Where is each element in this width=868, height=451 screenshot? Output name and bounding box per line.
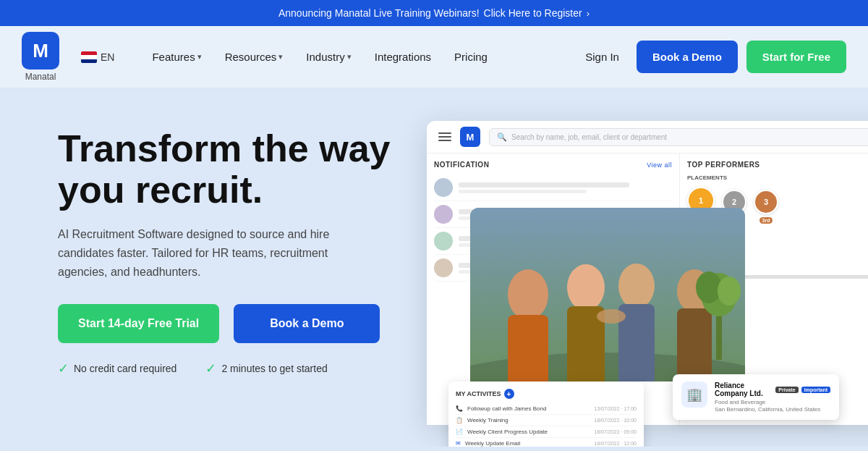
search-icon: 🔍 [497,132,507,142]
company-badge-important: Important [801,387,830,393]
avatar-4 [434,258,453,277]
people-illustration [470,208,745,382]
nav-links: Features ▾ Resources ▾ Industry ▾ Integr… [143,45,576,69]
svg-point-4 [567,264,605,311]
activity-row-1: 📋 Weekly Training 18/07/2022 · 10:00 [456,415,637,426]
notif-item-1 [434,174,672,201]
phone-icon: 📞 [456,405,463,412]
book-demo-button[interactable]: Book a Demo [637,41,738,73]
act-date-0: 13/07/2022 · 17:00 [595,406,637,411]
company-info: Reliance Company Ltd. Private Important … [715,382,830,413]
hero-title: Transform the way you recruit. [58,128,405,211]
trust-label-1: No credit card required [74,363,176,374]
nav-resources[interactable]: Resources ▾ [216,45,292,69]
company-industry: Food and Beverage [715,399,830,405]
language-selector[interactable]: EN [81,51,114,63]
act-text-0: Followup call with James Bond [467,405,590,412]
hero-trust: ✓ No credit card required ✓ 2 minutes to… [58,361,405,376]
chevron-down-icon: ▾ [278,52,283,62]
nav-pricing[interactable]: Pricing [446,45,496,69]
svg-rect-3 [508,315,548,382]
check-icon-1: ✓ [58,361,69,376]
act-date-3: 18/07/2022 · 12:00 [595,441,637,446]
banner-link[interactable]: Click Here to Register [484,7,582,19]
svg-point-2 [508,269,548,320]
notification-title: NOTIFICATION View all [434,161,672,169]
hero-left: Transform the way you recruit. AI Recrui… [58,121,405,376]
nav-integrations-label: Integrations [375,51,431,63]
act-date-1: 18/07/2022 · 10:00 [595,418,637,423]
nav-features[interactable]: Features ▾ [143,45,210,69]
view-all-link[interactable]: View all [647,161,672,169]
company-location: San Bernardino, California, United State… [715,406,830,413]
rank-badge-3: 3rd [760,217,773,224]
performer-3: 3 3rd [754,190,778,224]
signin-link[interactable]: Sign In [576,45,628,69]
hero-section: Transform the way you recruit. AI Recrui… [0,88,868,447]
activity-row-2: 📄 Weekly Client Progress Update 18/07/20… [456,426,637,438]
svg-point-14 [718,277,741,305]
chevron-down-icon: ▾ [347,52,352,62]
calendar-icon-1: 📋 [456,417,463,423]
dash-search-bar[interactable]: 🔍 Search by name, job, email, client or … [489,128,868,146]
nav-industry-label: Industry [306,51,344,63]
start-free-button[interactable]: Start for Free [746,41,846,73]
svg-rect-9 [677,308,712,382]
dash-search-placeholder: Search by name, job, email, client or de… [511,133,667,141]
act-date-2: 18/07/2022 · 09:00 [595,429,637,434]
act-text-1: Weekly Training [467,417,590,423]
svg-point-10 [597,309,626,324]
lang-label: EN [101,51,114,63]
logo-area[interactable]: M Manatal [22,32,59,82]
hero-subtitle: AI Recruitment Software designed to sour… [58,225,376,281]
banner-text: Announcing Manatal Live Training Webinar… [278,7,480,19]
act-text-2: Weekly Client Progress Update [467,429,590,435]
dash-logo: M [460,127,480,147]
hero-buttons: Start 14-day Free Trial Book a Demo [58,304,405,343]
logo-name: Manatal [25,72,56,82]
nav-features-label: Features [152,51,195,63]
avatar-2 [434,205,453,224]
nav-actions: Sign In Book a Demo Start for Free [576,41,846,73]
hero-demo-button[interactable]: Book a Demo [234,304,380,343]
company-card: 🏢 Reliance Company Ltd. Private Importan… [673,374,839,420]
dash-topbar: M 🔍 Search by name, job, email, client o… [427,121,868,153]
placements-label: PLACEMENTS [687,174,868,181]
photo-overlay [470,208,745,382]
avatar-3 [434,232,453,250]
company-name: Reliance Company Ltd. Private Important [715,382,830,397]
activity-panel: MY ACTIVITES + 📞 Followup call with Jame… [448,382,644,447]
logo-letter: M [33,40,48,62]
hero-right: M 🔍 Search by name, job, email, client o… [427,121,832,447]
nav-resources-label: Resources [225,51,277,63]
check-icon-2: ✓ [205,361,216,376]
company-badge-private: Private [775,387,798,393]
performers-title: TOP PERFORMERS View more [687,161,868,169]
add-activity-button[interactable]: + [504,389,514,399]
trust-label-2: 2 minutes to get started [221,363,327,374]
nav-pricing-label: Pricing [454,51,488,63]
email-icon: ✉ [456,440,461,447]
company-logo: 🏢 [681,382,707,408]
nav-industry[interactable]: Industry ▾ [297,45,359,69]
activity-row-3: ✉ Weekly Update Email 18/07/2022 · 12:00 [456,438,637,447]
trust-item-1: ✓ No credit card required [58,361,176,376]
activities-title: MY ACTIVITES [456,390,501,397]
chevron-down-icon: ▾ [197,52,202,62]
doc-icon: 📄 [456,429,463,435]
trial-button[interactable]: Start 14-day Free Trial [58,304,219,343]
nav-integrations[interactable]: Integrations [366,45,440,69]
svg-point-6 [618,264,655,308]
trust-item-2: ✓ 2 minutes to get started [205,361,327,376]
performer-avatar-3: 3 [754,190,778,214]
flag-icon [81,51,97,63]
avatar-1 [434,178,453,197]
navbar: M Manatal EN Features ▾ Resources ▾ Indu… [0,26,868,88]
banner-arrow: › [587,8,590,19]
photo-silhouettes [470,208,745,382]
activity-header: MY ACTIVITES + [456,389,637,399]
announcement-banner: Announcing Manatal Live Training Webinar… [0,0,868,26]
logo-box: M [22,32,59,69]
act-text-3: Weekly Update Email [465,440,590,447]
hamburger-menu-icon[interactable] [438,132,451,141]
